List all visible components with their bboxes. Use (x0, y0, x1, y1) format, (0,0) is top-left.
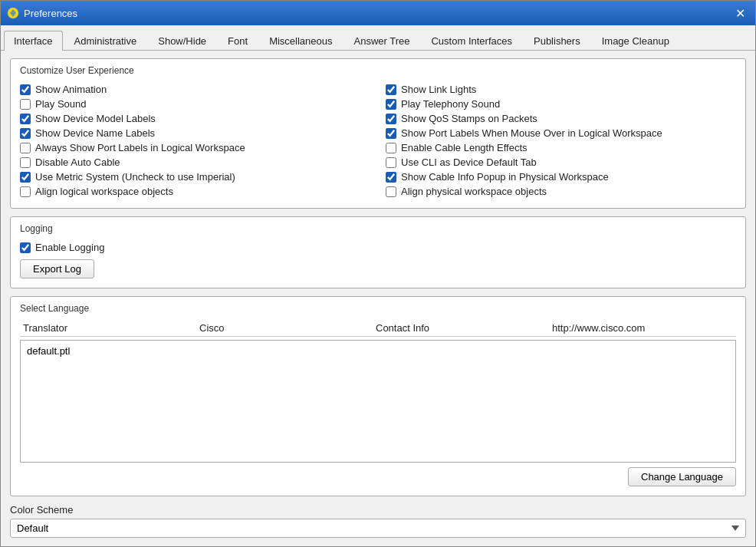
chk-link-lights-label: Show Link Lights (401, 84, 476, 95)
chk-link-lights-input[interactable] (386, 84, 396, 95)
chk-device-name: Show Device Name Labels (20, 126, 370, 140)
chk-cli-default-tab-label: Use CLI as Device Default Tab (401, 157, 537, 168)
chk-qos-stamps: Show QoS Stamps on Packets (386, 111, 736, 126)
tab-publishers[interactable]: Publishers (524, 31, 590, 51)
chk-show-animation: Show Animation (20, 82, 370, 97)
chk-cable-info-popup-input[interactable] (386, 172, 396, 183)
chk-cable-info-popup-label: Show Cable Info Popup in Physical Worksp… (401, 171, 609, 183)
change-language-button[interactable]: Change Language (628, 467, 736, 486)
tabs-bar: Interface Administrative Show/Hide Font … (1, 25, 755, 51)
chk-metric-system-label: Use Metric System (Uncheck to use Imperi… (35, 171, 235, 183)
customize-right-col: Show Link Lights Play Telephony Sound Sh… (386, 82, 736, 199)
chk-disable-auto-cable: Disable Auto Cable (20, 155, 370, 170)
chk-align-physical: Align physical workspace objects (386, 184, 736, 199)
tab-miscellaneous[interactable]: Miscellaneous (259, 31, 342, 51)
language-list[interactable]: default.ptl (20, 340, 736, 463)
chk-align-logical: Align logical workspace objects (20, 184, 370, 199)
chk-device-model-input[interactable] (20, 114, 31, 124)
chk-show-animation-label: Show Animation (35, 84, 107, 95)
tab-custom-interfaces[interactable]: Custom Interfaces (421, 31, 522, 51)
chk-qos-stamps-input[interactable] (386, 114, 396, 124)
color-scheme-label: Color Scheme (10, 504, 746, 516)
chk-device-name-label: Show Device Name Labels (35, 127, 155, 139)
window-title: Preferences (24, 8, 731, 19)
tab-interface[interactable]: Interface (4, 31, 63, 51)
app-icon (7, 7, 19, 19)
color-scheme-section: Color Scheme Default (10, 504, 746, 538)
language-row-default[interactable]: default.ptl (24, 344, 732, 358)
lang-col-cisco: Cisco (199, 322, 376, 334)
chk-cli-default-tab-input[interactable] (386, 157, 396, 168)
lang-col-contact: Contact Info (376, 322, 552, 334)
customize-section: Customize User Experience Show Animation… (10, 58, 746, 209)
chk-qos-stamps-label: Show QoS Stamps on Packets (401, 113, 537, 124)
chk-enable-logging: Enable Logging (20, 240, 736, 255)
content-area: Customize User Experience Show Animation… (1, 51, 755, 546)
chk-play-sound-input[interactable] (20, 99, 31, 110)
chk-device-model: Show Device Model Labels (20, 111, 370, 126)
customize-left-col: Show Animation Play Sound Show Device Mo… (20, 82, 370, 199)
export-log-button[interactable]: Export Log (20, 259, 94, 278)
tab-answer-tree[interactable]: Answer Tree (344, 31, 420, 51)
customize-checkboxes: Show Animation Play Sound Show Device Mo… (20, 82, 736, 199)
chk-link-lights: Show Link Lights (386, 82, 736, 97)
logging-title: Logging (20, 223, 736, 234)
chk-always-port-labels: Always Show Port Labels in Logical Works… (20, 140, 370, 155)
close-button[interactable]: ✕ (731, 4, 749, 22)
chk-port-labels-mouseover: Show Port Labels When Mouse Over in Logi… (386, 126, 736, 140)
chk-play-sound-label: Play Sound (35, 98, 87, 110)
chk-device-model-label: Show Device Model Labels (35, 113, 156, 124)
logging-section: Logging Enable Logging Export Log (10, 216, 746, 288)
chk-always-port-labels-input[interactable] (20, 143, 31, 153)
chk-metric-system-input[interactable] (20, 172, 31, 183)
lang-col-url: http://www.cisco.com (552, 322, 733, 334)
chk-port-labels-mouseover-label: Show Port Labels When Mouse Over in Logi… (401, 127, 662, 139)
customize-title: Customize User Experience (20, 65, 736, 76)
chk-enable-logging-input[interactable] (20, 242, 31, 253)
chk-metric-system: Use Metric System (Uncheck to use Imperi… (20, 170, 370, 184)
language-section: Select Language Translator Cisco Contact… (10, 296, 746, 496)
chk-cable-length-label: Enable Cable Length Effects (401, 142, 528, 153)
color-scheme-select[interactable]: Default (10, 519, 746, 538)
chk-play-sound: Play Sound (20, 97, 370, 111)
tab-font[interactable]: Font (218, 31, 258, 51)
chk-cable-length: Enable Cable Length Effects (386, 140, 736, 155)
chk-cable-length-input[interactable] (386, 143, 396, 153)
chk-align-physical-label: Align physical workspace objects (401, 186, 547, 197)
chk-telephony-sound: Play Telephony Sound (386, 97, 736, 111)
change-lang-row: Change Language (20, 467, 736, 486)
chk-telephony-sound-label: Play Telephony Sound (401, 98, 500, 110)
chk-cli-default-tab: Use CLI as Device Default Tab (386, 155, 736, 170)
tab-image-cleanup[interactable]: Image Cleanup (592, 31, 679, 51)
chk-align-logical-input[interactable] (20, 186, 31, 197)
chk-telephony-sound-input[interactable] (386, 99, 396, 110)
chk-align-physical-input[interactable] (386, 186, 396, 197)
lang-col-translator: Translator (23, 322, 199, 334)
chk-cable-info-popup: Show Cable Info Popup in Physical Worksp… (386, 170, 736, 184)
chk-align-logical-label: Align logical workspace objects (35, 186, 173, 197)
chk-disable-auto-cable-input[interactable] (20, 157, 31, 168)
tab-administrative[interactable]: Administrative (64, 31, 147, 51)
language-table-header: Translator Cisco Contact Info http://www… (20, 320, 736, 337)
tab-show-hide[interactable]: Show/Hide (148, 31, 216, 51)
titlebar: Preferences ✕ (1, 1, 755, 25)
language-title: Select Language (20, 303, 736, 314)
chk-enable-logging-label: Enable Logging (35, 242, 104, 253)
chk-device-name-input[interactable] (20, 128, 31, 139)
chk-always-port-labels-label: Always Show Port Labels in Logical Works… (35, 142, 245, 153)
chk-disable-auto-cable-label: Disable Auto Cable (35, 157, 120, 168)
chk-port-labels-mouseover-input[interactable] (386, 128, 396, 139)
main-window: Preferences ✕ Interface Administrative S… (0, 0, 756, 547)
chk-show-animation-input[interactable] (20, 84, 31, 95)
